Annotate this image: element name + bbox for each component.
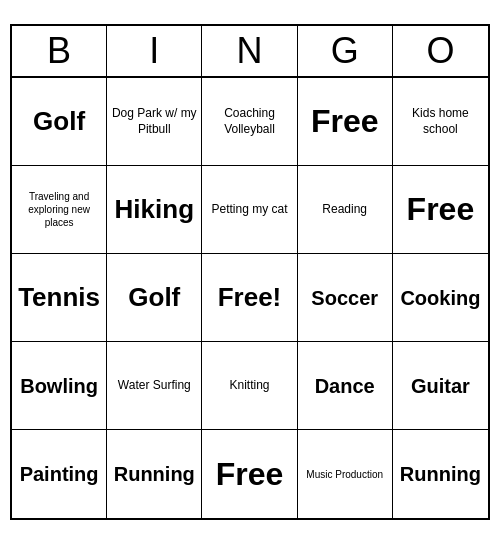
- bingo-cell-15: Bowling: [12, 342, 107, 430]
- bingo-cell-22: Free: [202, 430, 297, 518]
- bingo-cell-24: Running: [393, 430, 488, 518]
- bingo-cell-6: Hiking: [107, 166, 202, 254]
- bingo-cell-text-14: Cooking: [400, 286, 480, 310]
- bingo-cell-18: Dance: [298, 342, 393, 430]
- bingo-cell-text-15: Bowling: [20, 374, 98, 398]
- bingo-cell-text-24: Running: [400, 462, 481, 486]
- bingo-cell-text-18: Dance: [315, 374, 375, 398]
- bingo-cell-5: Traveling and exploring new places: [12, 166, 107, 254]
- bingo-grid: GolfDog Park w/ my PitbullCoaching Volle…: [12, 78, 488, 518]
- bingo-cell-text-22: Free: [216, 456, 284, 493]
- bingo-cell-text-6: Hiking: [115, 194, 194, 225]
- bingo-cell-text-19: Guitar: [411, 374, 470, 398]
- bingo-cell-12: Free!: [202, 254, 297, 342]
- bingo-cell-text-20: Painting: [20, 462, 99, 486]
- bingo-cell-text-7: Petting my cat: [211, 202, 287, 218]
- header-letter-i: I: [107, 26, 202, 76]
- bingo-cell-7: Petting my cat: [202, 166, 297, 254]
- header-letter-n: N: [202, 26, 297, 76]
- header-letter-o: O: [393, 26, 488, 76]
- header-letter-g: G: [298, 26, 393, 76]
- bingo-cell-text-13: Soccer: [311, 286, 378, 310]
- bingo-cell-8: Reading: [298, 166, 393, 254]
- bingo-cell-text-11: Golf: [128, 282, 180, 313]
- bingo-cell-text-16: Water Surfing: [118, 378, 191, 394]
- bingo-cell-2: Coaching Volleyball: [202, 78, 297, 166]
- bingo-cell-0: Golf: [12, 78, 107, 166]
- bingo-cell-text-3: Free: [311, 103, 379, 140]
- header-letter-b: B: [12, 26, 107, 76]
- bingo-cell-text-8: Reading: [322, 202, 367, 218]
- bingo-cell-17: Knitting: [202, 342, 297, 430]
- bingo-header: BINGO: [12, 26, 488, 78]
- bingo-cell-text-10: Tennis: [18, 282, 100, 313]
- bingo-cell-23: Music Production: [298, 430, 393, 518]
- bingo-cell-text-2: Coaching Volleyball: [206, 106, 292, 137]
- bingo-cell-text-0: Golf: [33, 106, 85, 137]
- bingo-cell-4: Kids home school: [393, 78, 488, 166]
- bingo-cell-text-12: Free!: [218, 282, 282, 313]
- bingo-cell-text-23: Music Production: [306, 468, 383, 481]
- bingo-cell-11: Golf: [107, 254, 202, 342]
- bingo-cell-21: Running: [107, 430, 202, 518]
- bingo-cell-13: Soccer: [298, 254, 393, 342]
- bingo-cell-1: Dog Park w/ my Pitbull: [107, 78, 202, 166]
- bingo-cell-10: Tennis: [12, 254, 107, 342]
- bingo-cell-text-5: Traveling and exploring new places: [16, 190, 102, 229]
- bingo-cell-20: Painting: [12, 430, 107, 518]
- bingo-cell-text-4: Kids home school: [397, 106, 484, 137]
- bingo-cell-3: Free: [298, 78, 393, 166]
- bingo-cell-9: Free: [393, 166, 488, 254]
- bingo-cell-text-17: Knitting: [229, 378, 269, 394]
- bingo-cell-text-9: Free: [407, 191, 475, 228]
- bingo-cell-text-1: Dog Park w/ my Pitbull: [111, 106, 197, 137]
- bingo-cell-19: Guitar: [393, 342, 488, 430]
- bingo-cell-text-21: Running: [114, 462, 195, 486]
- bingo-cell-14: Cooking: [393, 254, 488, 342]
- bingo-cell-16: Water Surfing: [107, 342, 202, 430]
- bingo-card: BINGO GolfDog Park w/ my PitbullCoaching…: [10, 24, 490, 520]
